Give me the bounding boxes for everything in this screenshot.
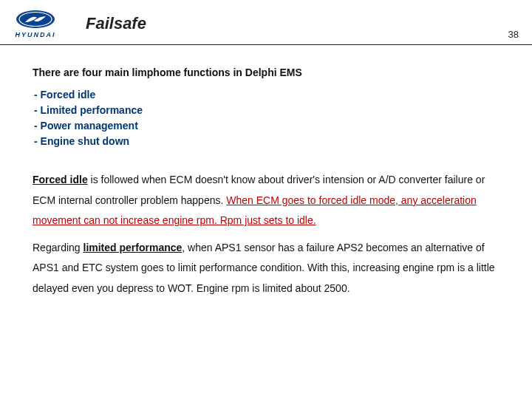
- list-item: - Forced idle: [34, 87, 499, 103]
- list-item: - Power management: [34, 118, 499, 134]
- term-limited-performance: limited performance: [83, 242, 183, 253]
- svg-point-0: [16, 10, 55, 28]
- page-number: 38: [508, 29, 519, 40]
- paragraph-limited-performance: Regarding limited performance, when APS1…: [33, 238, 499, 299]
- brand-logo: HYUNDAI: [15, 9, 56, 38]
- para-text: Regarding: [33, 242, 83, 253]
- list-item: - Engine shut down: [34, 134, 499, 149]
- intro-heading: There are four main limphome functions i…: [33, 63, 499, 83]
- list-item: - Limited performance: [34, 103, 499, 118]
- function-list: - Forced idle - Limited performance - Po…: [34, 87, 499, 149]
- hyundai-logo-icon: [15, 9, 56, 30]
- term-forced-idle: Forced idle: [33, 174, 88, 185]
- slide-title: Failsafe: [86, 14, 146, 33]
- slide-header: HYUNDAI Failsafe 38: [0, 0, 532, 44]
- slide-content: There are four main limphome functions i…: [0, 45, 532, 299]
- paragraph-forced-idle: Forced idle is followed when ECM doesn't…: [33, 170, 499, 231]
- brand-text: HYUNDAI: [15, 31, 55, 38]
